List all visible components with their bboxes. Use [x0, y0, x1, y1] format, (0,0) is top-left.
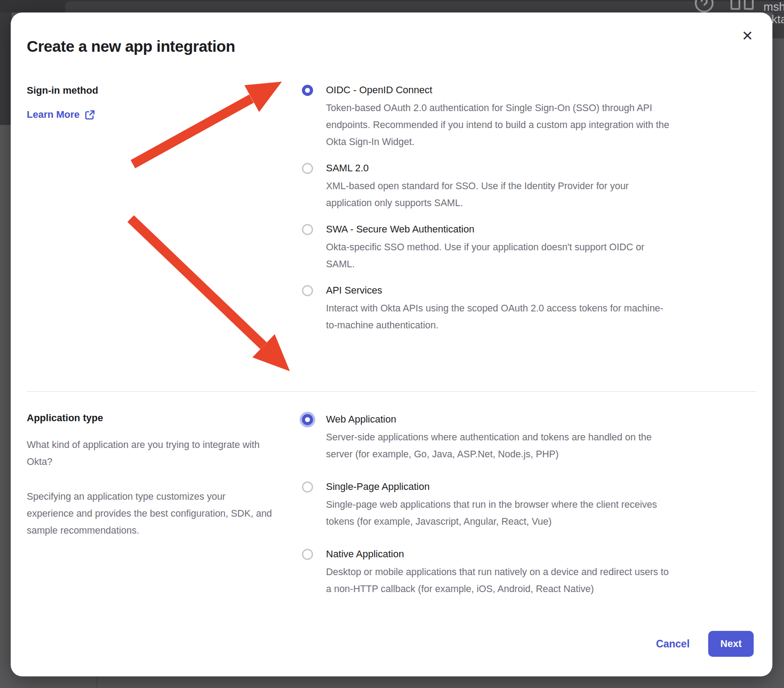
modal-footer: Cancel Next: [656, 631, 754, 657]
option-description: XML-based open standard for SSO. Use if …: [326, 178, 673, 211]
external-link-icon: [85, 110, 95, 120]
radio-option-single-page-application[interactable]: Single-Page Application Single-page web …: [302, 480, 673, 530]
background-sidebar-divider: [96, 677, 97, 688]
option-label: Web Application: [326, 412, 673, 427]
radio-unselected-icon[interactable]: [302, 285, 313, 296]
page-title: Create a new app integration: [27, 37, 235, 55]
application-type-options: Web Application Server-side applications…: [302, 412, 673, 614]
background-card-edge: [65, 1, 784, 12]
option-label: OIDC - OpenID Connect: [326, 83, 673, 97]
radio-unselected-icon[interactable]: [302, 224, 313, 235]
account-text-fragment: msh: [763, 0, 784, 14]
option-description: Okta-specific SSO method. Use if your ap…: [326, 239, 673, 273]
option-label: Native Application: [326, 547, 673, 561]
option-label: SWA - Secure Web Authentication: [326, 222, 673, 236]
option-label: SAML 2.0: [326, 161, 673, 175]
application-type-section: Application type What kind of applicatio…: [27, 412, 275, 539]
radio-option-api-services[interactable]: API Services Interact with Okta APIs usi…: [302, 283, 673, 334]
application-type-question: What kind of application are you trying …: [27, 436, 275, 470]
learn-more-link[interactable]: Learn More: [27, 109, 95, 120]
option-description: Server-side applications where authentic…: [326, 429, 673, 463]
radio-option-oidc[interactable]: OIDC - OpenID Connect Token-based OAuth …: [302, 83, 673, 150]
background-left-strip: [0, 12, 12, 125]
radio-unselected-icon[interactable]: [302, 481, 313, 493]
application-type-explanation: Specifying an application type customize…: [27, 488, 275, 539]
next-button[interactable]: Next: [708, 631, 754, 657]
cancel-button[interactable]: Cancel: [656, 638, 689, 650]
option-label: Single-Page Application: [326, 480, 673, 494]
learn-more-label: Learn More: [27, 109, 80, 120]
signin-method-heading: Sign-in method: [27, 85, 276, 96]
radio-unselected-icon[interactable]: [302, 549, 313, 560]
radio-option-native-application[interactable]: Native Application Desktop or mobile app…: [302, 547, 673, 597]
option-label: API Services: [326, 283, 673, 298]
option-description: Token-based OAuth 2.0 authentication for…: [326, 99, 673, 150]
radio-option-swa[interactable]: SWA - Secure Web Authentication Okta-spe…: [302, 222, 673, 273]
radio-option-web-application[interactable]: Web Application Server-side applications…: [302, 412, 673, 463]
signin-method-options: OIDC - OpenID Connect Token-based OAuth …: [302, 83, 673, 344]
close-icon[interactable]: ✕: [739, 27, 756, 45]
section-divider: [27, 391, 756, 392]
signin-method-section: Sign-in method Learn More: [27, 85, 276, 120]
option-description: Desktop or mobile applications that run …: [326, 564, 673, 597]
radio-selected-icon[interactable]: [302, 414, 313, 425]
create-app-integration-modal: ✕ Create a new app integration Sign-in m…: [11, 12, 772, 676]
option-description: Interact with Okta APIs using the scoped…: [326, 300, 673, 334]
account-text-fragment: kta: [772, 12, 784, 26]
radio-option-saml[interactable]: SAML 2.0 XML-based open standard for SSO…: [302, 161, 673, 211]
radio-selected-icon[interactable]: [302, 85, 313, 96]
application-type-heading: Application type: [27, 412, 275, 424]
apps-grid-icon: [730, 0, 754, 10]
option-description: Single-page web applications that run in…: [326, 496, 673, 530]
radio-unselected-icon[interactable]: [302, 163, 313, 174]
